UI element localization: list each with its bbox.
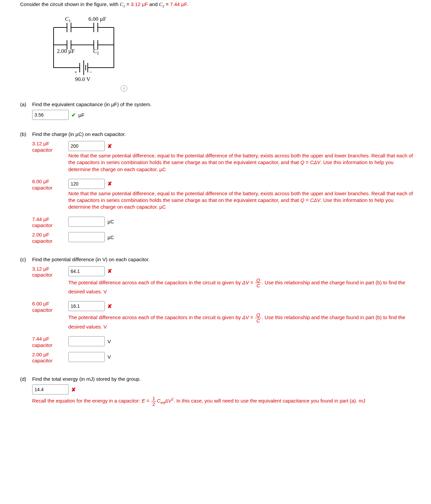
part-a-label: (a): [20, 101, 32, 107]
part-b: (b) Find the charge (in µC) on each capa…: [20, 131, 431, 246]
feedback-text: Note that the same potential difference,…: [68, 152, 413, 173]
diagram-C1-label: C1: [65, 16, 71, 23]
intro-prefix: Consider the circuit shown in the figure…: [20, 1, 120, 7]
diagram-2uf-label: 2.00 µF: [57, 48, 75, 54]
capacitor-answer-input[interactable]: [68, 179, 105, 189]
part-d-input[interactable]: [32, 384, 69, 394]
capacitor-answer-input[interactable]: [68, 141, 105, 151]
capacitor-label: 7.44 µFcapacitor: [32, 215, 68, 229]
part-a: (a) Find the equivalent capacitance (in …: [20, 101, 431, 121]
part-b-question: Find the charge (in µC) on each capacito…: [32, 131, 431, 137]
cross-icon: ✘: [107, 303, 112, 309]
capacitor-label: 6.00 µFcapacitor: [32, 300, 68, 313]
cross-icon: ✘: [107, 181, 112, 187]
capacitor-answer-input[interactable]: [68, 266, 105, 276]
capacitor-row: 2.00 µFcapacitorV: [32, 351, 431, 364]
circuit-diagram: C1 6.00 µF 2.00 µF C2 + − 90.0 V i: [47, 14, 431, 92]
unit-label: V: [107, 354, 111, 360]
capacitor-row: 7.44 µFcapacitorµC: [32, 215, 431, 229]
check-icon: ✔: [71, 112, 76, 118]
circuit-svg: C1 6.00 µF 2.00 µF C2 + − 90.0 V: [47, 14, 167, 86]
part-d-label: (d): [20, 376, 32, 382]
feedback-text: The potential difference across each of …: [68, 312, 413, 330]
intro-C1-sym: C1: [120, 2, 125, 7]
capacitor-row: 7.44 µFcapacitorV: [32, 335, 431, 349]
capacitor-row: 6.00 µFcapacitor✘The potential differenc…: [32, 300, 431, 333]
capacitor-label: 7.44 µFcapacitor: [32, 335, 68, 349]
cross-icon: ✘: [107, 268, 112, 274]
capacitor-answer-input[interactable]: [68, 336, 105, 346]
part-a-question: Find the equivalent capacitance (in µF) …: [32, 101, 431, 107]
capacitor-row: 3.12 µFcapacitor✘Note that the same pote…: [32, 140, 431, 175]
diagram-plus: +: [74, 69, 77, 75]
cross-icon: ✘: [107, 143, 112, 149]
feedback-text: Note that the same potential difference,…: [68, 190, 413, 211]
diagram-voltage: 90.0 V: [75, 76, 91, 82]
unit-label: µC: [107, 234, 114, 240]
part-c: (c) Find the potential difference (in V)…: [20, 257, 431, 366]
part-d-question: Find the total energy (in mJ) stored by …: [32, 376, 431, 382]
intro-mid: and: [148, 1, 159, 7]
capacitor-answer-input[interactable]: [68, 301, 105, 311]
capacitor-row: 2.00 µFcapacitorµC: [32, 231, 431, 244]
unit-label: V: [107, 339, 111, 344]
intro-suffix: .: [187, 1, 188, 7]
capacitor-row: 3.12 µFcapacitor✘The potential differenc…: [32, 265, 431, 298]
capacitor-answer-input[interactable]: [68, 232, 105, 242]
part-c-question: Find the potential difference (in V) on …: [32, 257, 431, 262]
info-icon[interactable]: i: [121, 85, 127, 92]
capacitor-answer-input[interactable]: [68, 217, 105, 227]
part-c-label: (c): [20, 257, 32, 262]
part-d: (d) Find the total energy (in mJ) stored…: [20, 376, 431, 410]
diagram-minus: −: [89, 69, 92, 75]
intro-C2-sym: C2: [159, 2, 164, 7]
capacitor-label: 3.12 µFcapacitor: [32, 140, 68, 153]
part-b-label: (b): [20, 131, 32, 137]
capacitor-row: 6.00 µFcapacitor✘Note that the same pote…: [32, 177, 431, 213]
part-a-unit: µF: [78, 112, 84, 118]
capacitor-label: 3.12 µFcapacitor: [32, 265, 68, 279]
capacitor-answer-input[interactable]: [68, 352, 105, 362]
cross-icon: ✘: [71, 386, 76, 393]
diagram-6uf-label: 6.00 µF: [88, 16, 106, 22]
capacitor-label: 6.00 µFcapacitor: [32, 177, 68, 191]
part-a-input[interactable]: [32, 110, 69, 120]
part-d-feedback: Recall the equation for the energy in a …: [32, 396, 377, 407]
capacitor-label: 2.00 µFcapacitor: [32, 351, 68, 364]
intro-C2-val: 7.44 µF: [170, 1, 187, 7]
intro-C1-val: 3.12 µF: [131, 1, 148, 7]
problem-intro: Consider the circuit shown in the figure…: [20, 1, 431, 8]
unit-label: µC: [107, 219, 114, 224]
feedback-text: The potential difference across each of …: [68, 278, 413, 295]
capacitor-label: 2.00 µFcapacitor: [32, 231, 68, 244]
